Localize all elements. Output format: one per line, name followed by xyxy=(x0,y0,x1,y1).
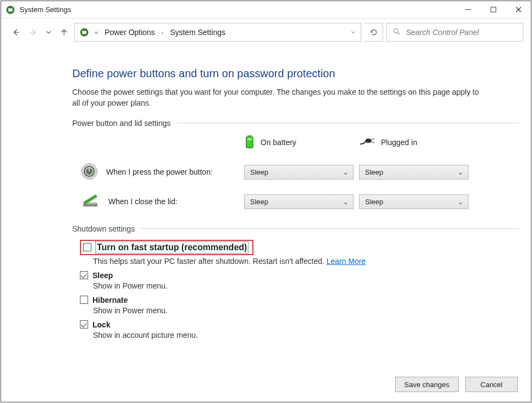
power-button-plugged-select[interactable]: Sleep ⌄ xyxy=(359,165,469,180)
close-lid-battery-select[interactable]: Sleep ⌄ xyxy=(244,194,354,209)
col-plugged-in: Plugged in xyxy=(359,136,469,149)
power-section-label: Power button and lid settings xyxy=(72,119,519,128)
nav-row: « Power Options › System Settings xyxy=(1,19,531,48)
titlebar: System Settings xyxy=(1,1,531,19)
learn-more-link[interactable]: Learn More xyxy=(327,257,366,266)
refresh-button[interactable] xyxy=(365,23,383,42)
sleep-label: Sleep xyxy=(92,271,113,280)
nav-back-button[interactable] xyxy=(9,25,23,39)
lock-checkbox[interactable] xyxy=(80,320,88,329)
svg-line-19 xyxy=(371,139,374,140)
cancel-button[interactable]: Cancel xyxy=(465,377,518,392)
save-changes-button[interactable]: Save changes xyxy=(395,377,459,392)
svg-rect-4 xyxy=(491,7,496,12)
content: Define power buttons and turn on passwor… xyxy=(1,48,531,402)
breadcrumb-parent[interactable]: Power Options xyxy=(100,24,159,41)
window-title: System Settings xyxy=(20,5,71,14)
lock-desc: Show in account picture menu. xyxy=(93,331,519,339)
svg-rect-2 xyxy=(8,8,13,9)
svg-point-17 xyxy=(247,137,252,140)
sleep-desc: Show in Power menu. xyxy=(93,281,519,290)
address-bar[interactable]: « Power Options › System Settings xyxy=(74,23,361,42)
nav-recent-button[interactable] xyxy=(44,25,54,39)
svg-point-12 xyxy=(394,29,398,33)
breadcrumb-current[interactable]: System Settings xyxy=(166,24,230,41)
minimize-button[interactable] xyxy=(455,1,481,19)
search-icon xyxy=(392,27,401,37)
row-close-lid: When I close the lid: xyxy=(80,193,239,210)
opt-lock: Lock Show in account picture menu. xyxy=(80,320,519,339)
hibernate-checkbox[interactable] xyxy=(80,296,88,304)
sleep-checkbox[interactable] xyxy=(80,271,88,279)
row-power-button: When I press the power button: xyxy=(80,162,239,182)
address-dropdown-button[interactable] xyxy=(344,24,361,41)
chevron-down-icon: ⌄ xyxy=(343,198,349,206)
svg-point-18 xyxy=(365,139,372,143)
power-button-battery-select[interactable]: Sleep ⌄ xyxy=(244,165,354,180)
svg-line-20 xyxy=(371,142,374,143)
laptop-lid-icon xyxy=(80,193,101,210)
nav-up-button[interactable] xyxy=(57,25,71,39)
lock-label: Lock xyxy=(92,320,111,329)
page-description: Choose the power settings that you want … xyxy=(72,87,488,109)
maximize-button[interactable] xyxy=(481,1,506,19)
page-heading: Define power buttons and turn on passwor… xyxy=(72,67,519,80)
svg-rect-11 xyxy=(82,31,86,32)
highlighted-option: Turn on fast startup (recommended) xyxy=(80,240,253,255)
chevron-down-icon: ⌄ xyxy=(343,168,349,176)
svg-line-13 xyxy=(397,32,400,34)
power-grid: On battery Plugged in When I press the p… xyxy=(80,134,519,210)
opt-fast-startup: Turn on fast startup (recommended) This … xyxy=(80,240,519,266)
search-input[interactable] xyxy=(405,27,517,37)
opt-sleep: Sleep Show in Power menu. xyxy=(80,271,519,290)
hibernate-desc: Show in Power menu. xyxy=(93,306,519,315)
chevron-down-icon: ⌄ xyxy=(458,168,464,176)
chevron-down-icon: ⌄ xyxy=(458,198,464,206)
plug-icon xyxy=(359,136,375,149)
power-plan-icon xyxy=(75,24,92,41)
fast-startup-checkbox[interactable] xyxy=(83,243,91,251)
breadcrumb-chevron-icon: « xyxy=(92,29,100,36)
power-button-icon xyxy=(80,162,99,182)
nav-forward-button[interactable] xyxy=(26,25,41,39)
opt-hibernate: Hibernate Show in Power menu. xyxy=(80,296,519,315)
col-on-battery: On battery xyxy=(244,134,354,151)
fast-startup-label: Turn on fast startup (recommended) xyxy=(96,242,248,253)
window: System Settings « Power Options › xyxy=(1,1,531,402)
breadcrumb-chevron-icon: › xyxy=(159,29,166,36)
close-button[interactable] xyxy=(506,1,531,19)
search-box[interactable] xyxy=(386,23,523,42)
shutdown-section-label: Shutdown settings xyxy=(72,224,519,233)
titlebar-controls xyxy=(455,1,531,19)
shutdown-options: Turn on fast startup (recommended) This … xyxy=(72,240,519,339)
hibernate-label: Hibernate xyxy=(92,296,128,304)
titlebar-left: System Settings xyxy=(5,5,71,15)
close-lid-plugged-select[interactable]: Sleep ⌄ xyxy=(359,194,469,209)
footer-buttons: Save changes Cancel xyxy=(395,377,518,392)
battery-icon xyxy=(244,134,255,151)
power-plan-icon xyxy=(5,5,15,15)
fast-startup-desc: This helps start your PC faster after sh… xyxy=(93,257,519,266)
